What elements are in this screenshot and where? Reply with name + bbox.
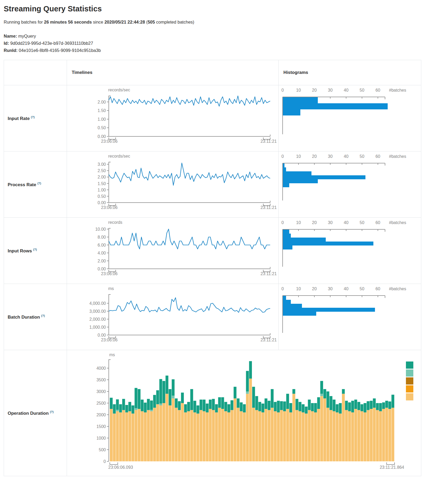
svg-text:2.00: 2.00	[98, 259, 106, 263]
svg-text:2,000.00: 2,000.00	[89, 317, 106, 322]
timeline-cell-input-rows: records0.002.004.006.008.0010.0023:06:06…	[67, 218, 279, 284]
svg-text:10: 10	[296, 154, 301, 159]
legend-swatch-2	[406, 377, 413, 385]
histogram-cell-input-rate: 0102030405060#batches	[279, 85, 421, 151]
histogram-chart-input-rows: 0102030405060#batches	[279, 218, 421, 283]
svg-text:23:06:06: 23:06:06	[101, 139, 117, 144]
stats-table-header-row: Timelines Histograms	[4, 60, 421, 85]
svg-text:records: records	[108, 220, 122, 225]
status-line: Running batches for 26 minutes 56 second…	[4, 20, 444, 25]
svg-text:3.00: 3.00	[98, 162, 106, 167]
row-label-operation-duration: Operation Duration (?)	[4, 350, 67, 476]
svg-text:30: 30	[328, 154, 333, 159]
svg-text:2.00: 2.00	[98, 100, 106, 104]
row-label-process-rate: Process Rate (?)	[4, 151, 67, 218]
svg-text:1.00: 1.00	[98, 117, 106, 122]
svg-text:20: 20	[312, 154, 317, 159]
svg-text:30: 30	[328, 88, 333, 92]
header-histograms: Histograms	[279, 60, 421, 85]
query-id-value: 9d0dd219-995d-423e-b97d-36931110bb27	[10, 41, 93, 46]
svg-text:60: 60	[375, 287, 380, 291]
status-start-time: 2020/05/21 22:44:28	[105, 20, 145, 24]
svg-text:40: 40	[344, 287, 349, 291]
svg-text:2500: 2500	[96, 401, 106, 405]
svg-text:4000: 4000	[96, 366, 106, 371]
svg-text:1500: 1500	[96, 424, 106, 429]
histogram-chart-process-rate: 0102030405060#batches	[279, 151, 421, 217]
svg-text:50: 50	[360, 220, 364, 225]
svg-text:40: 40	[344, 88, 349, 92]
svg-text:60: 60	[375, 154, 380, 159]
svg-text:0: 0	[282, 220, 284, 225]
row-label-text: Operation Duration	[8, 410, 50, 416]
timeline-chart-process-rate: records/sec0.000.501.001.502.002.503.002…	[67, 151, 278, 217]
help-icon[interactable]: (?)	[41, 314, 45, 317]
svg-text:60: 60	[375, 88, 380, 92]
svg-text:30: 30	[328, 220, 333, 225]
timeline-chart-batch-duration: ms0.001,000.002,000.003,000.004,000.0023…	[67, 284, 278, 350]
query-id-row: Id: 9d0dd219-995d-423e-b97d-36931110bb27	[4, 40, 444, 47]
svg-text:10: 10	[296, 88, 301, 92]
row-label-input-rate: Input Rate (?)	[4, 85, 67, 151]
timeline-chart-input-rows: records0.002.004.006.008.0010.0023:06:06…	[67, 218, 278, 283]
svg-text:40: 40	[344, 154, 349, 159]
help-icon[interactable]: (?)	[31, 115, 35, 119]
svg-text:0.00: 0.00	[98, 134, 106, 139]
svg-text:#batches: #batches	[389, 287, 406, 291]
svg-text:30: 30	[328, 287, 333, 291]
query-id-label: Id:	[4, 41, 9, 46]
stacked-bar-chart-operation-duration: ms0500100015002000250030003500400023:06:…	[67, 350, 421, 476]
svg-text:20: 20	[312, 88, 317, 92]
stats-table: Timelines Histograms Input Rate (?)recor…	[4, 60, 421, 476]
histogram-cell-batch-duration: 0102030405060#batches	[279, 284, 421, 350]
query-runid-value: 04e101e6-8bf8-4165-9099-9104c951ba3b	[19, 48, 101, 53]
svg-text:500: 500	[99, 448, 106, 452]
svg-text:0: 0	[282, 88, 284, 92]
operation-duration-cell: ms0500100015002000250030003500400023:06:…	[67, 350, 421, 476]
help-icon[interactable]: (?)	[33, 248, 37, 251]
svg-text:20: 20	[312, 220, 317, 225]
svg-text:23:11:21: 23:11:21	[260, 338, 277, 342]
svg-text:records/sec: records/sec	[108, 154, 130, 158]
svg-text:#batches: #batches	[389, 220, 406, 225]
svg-text:1.50: 1.50	[98, 181, 106, 186]
svg-text:0.00: 0.00	[98, 200, 106, 205]
query-name-label: Name:	[4, 34, 17, 38]
row-label-text: Input Rate	[8, 116, 31, 121]
query-meta: Name: myQuery Id: 9d0dd219-995d-423e-b97…	[4, 33, 444, 54]
timeline-chart-input-rate: records/sec0.000.501.001.502.0023:06:062…	[67, 85, 278, 151]
status-batch-count: 505	[148, 20, 155, 24]
svg-text:50: 50	[360, 88, 364, 92]
status-duration: 26 minutes 56 seconds	[44, 20, 92, 24]
svg-text:1.00: 1.00	[98, 188, 106, 192]
row-label-text: Process Rate	[8, 182, 37, 187]
header-empty	[4, 60, 67, 85]
svg-text:2.50: 2.50	[98, 168, 106, 173]
svg-text:0: 0	[282, 154, 284, 159]
timeline-cell-batch-duration: ms0.001,000.002,000.003,000.004,000.0023…	[67, 284, 279, 350]
svg-text:40: 40	[344, 220, 349, 225]
help-icon[interactable]: (?)	[50, 410, 54, 413]
svg-text:23:11:21: 23:11:21	[260, 205, 277, 210]
query-runid-row: RunId: 04e101e6-8bf8-4165-9099-9104c951b…	[4, 47, 444, 54]
query-runid-label: RunId:	[4, 48, 17, 53]
svg-text:4,000.00: 4,000.00	[89, 301, 106, 306]
stats-row-input-rate: Input Rate (?)records/sec0.000.501.001.5…	[4, 85, 421, 151]
histogram-cell-input-rows: 0102030405060#batches	[279, 218, 421, 284]
svg-text:ms: ms	[109, 352, 115, 357]
svg-text:3,000.00: 3,000.00	[89, 309, 106, 314]
svg-text:60: 60	[375, 220, 380, 225]
svg-text:4.00: 4.00	[98, 251, 106, 255]
help-icon[interactable]: (?)	[37, 182, 41, 185]
svg-text:23:06:06: 23:06:06	[101, 205, 117, 210]
svg-text:23:06:06: 23:06:06	[101, 338, 117, 342]
stats-row-process-rate: Process Rate (?)records/sec0.000.501.001…	[4, 151, 421, 218]
svg-text:0.00: 0.00	[98, 333, 106, 337]
legend-swatch-4	[406, 393, 413, 400]
row-label-batch-duration: Batch Duration (?)	[4, 284, 67, 350]
query-name-row: Name: myQuery	[4, 33, 444, 40]
svg-text:23:11:21.864: 23:11:21.864	[380, 465, 404, 470]
svg-text:23:11:21: 23:11:21	[260, 271, 277, 276]
svg-text:10: 10	[296, 220, 301, 225]
svg-text:20: 20	[312, 287, 317, 291]
